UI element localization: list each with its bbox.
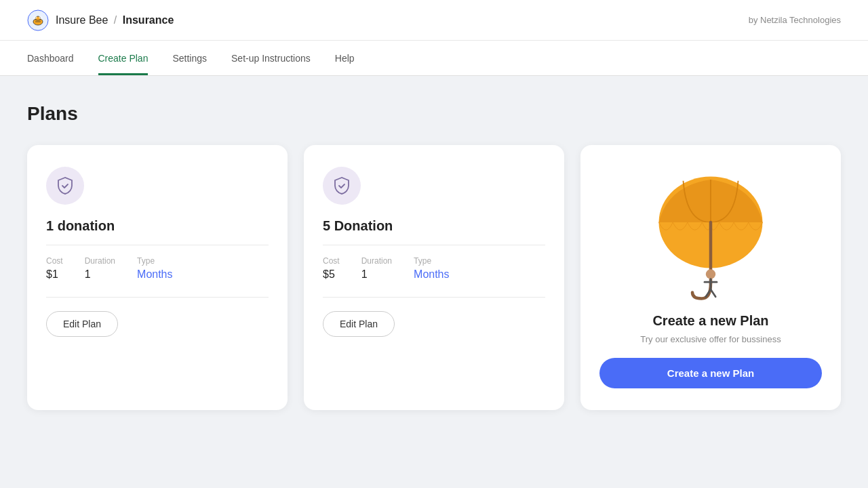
page-title: Plans xyxy=(27,103,841,125)
main-content: Plans 1 donation Cost $1 Duration 1 xyxy=(0,76,868,437)
header-left: Insure Bee / Insurance xyxy=(27,9,174,31)
stat-cost-1: Cost $1 xyxy=(46,256,63,281)
umbrella-illustration xyxy=(650,167,772,302)
nav-dashboard[interactable]: Dashboard xyxy=(27,41,74,75)
plan-stats-2: Cost $5 Duration 1 Type Months xyxy=(323,256,545,281)
stat-type-1: Type Months xyxy=(137,256,172,281)
plan-name-2: 5 Donation xyxy=(323,218,545,234)
plan-divider-bottom-1 xyxy=(46,297,269,298)
nav-help[interactable]: Help xyxy=(335,41,355,75)
stat-cost-2: Cost $5 xyxy=(323,256,340,281)
nav-settings[interactable]: Settings xyxy=(172,41,207,75)
header-title: Insure Bee / Insurance xyxy=(56,14,174,26)
stat-duration-2: Duration 1 xyxy=(361,256,392,281)
main-nav: Dashboard Create Plan Settings Set-up In… xyxy=(0,41,868,76)
plan-divider-bottom-2 xyxy=(323,297,545,298)
plan-card-1: 1 donation Cost $1 Duration 1 Type Month… xyxy=(27,145,288,410)
edit-plan-button-2[interactable]: Edit Plan xyxy=(323,311,395,337)
shield-icon-1 xyxy=(56,176,74,195)
create-new-plan-button[interactable]: Create a new Plan xyxy=(599,358,822,388)
plan-divider-1 xyxy=(46,245,269,245)
plan-name-1: 1 donation xyxy=(46,218,269,234)
stat-duration-1: Duration 1 xyxy=(85,256,115,281)
nav-create-plan[interactable]: Create Plan xyxy=(98,41,149,75)
new-plan-description: Try our exclusive offer for bussiness xyxy=(640,334,781,344)
cards-grid: 1 donation Cost $1 Duration 1 Type Month… xyxy=(27,145,841,410)
stat-type-2: Type Months xyxy=(414,256,449,281)
plan-stats-1: Cost $1 Duration 1 Type Months xyxy=(46,256,269,281)
new-plan-card: Create a new Plan Try our exclusive offe… xyxy=(580,145,841,410)
new-plan-title: Create a new Plan xyxy=(652,313,768,329)
header: Insure Bee / Insurance by Netzila Techno… xyxy=(0,0,868,41)
edit-plan-button-1[interactable]: Edit Plan xyxy=(46,311,118,337)
logo-icon xyxy=(27,9,49,31)
shield-icon-wrapper-1 xyxy=(46,167,84,205)
plan-divider-2 xyxy=(323,245,545,245)
header-byline: by Netzila Technologies xyxy=(749,15,841,25)
shield-icon-wrapper-2 xyxy=(323,167,361,205)
svg-point-10 xyxy=(706,269,715,279)
shield-icon-2 xyxy=(333,176,351,195)
nav-setup-instructions[interactable]: Set-up Instructions xyxy=(231,41,311,75)
plan-card-2: 5 Donation Cost $5 Duration 1 Type Month… xyxy=(304,145,564,410)
